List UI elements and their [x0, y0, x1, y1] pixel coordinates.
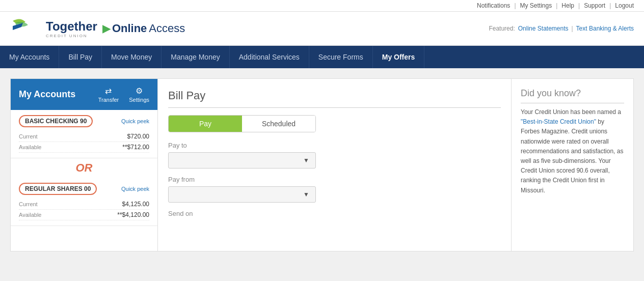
account-item-checking: BASIC CHECKING 90 Quick peek Current $72… [11, 110, 157, 158]
shares-current-amount: $4,125.00 [122, 201, 149, 208]
pay-from-label: Pay from [168, 176, 501, 183]
transfer-action[interactable]: ⇄ Transfer [98, 86, 119, 103]
accounts-title: My Accounts [19, 89, 75, 100]
nav-bill-pay[interactable]: Bill Pay [59, 46, 102, 68]
send-on-label: Send on [168, 210, 193, 217]
header-top-right: Featured: Online Statements | Text Banki… [489, 25, 634, 32]
settings-action[interactable]: ⚙ Settings [129, 86, 149, 103]
transfer-label: Transfer [98, 97, 119, 103]
accounts-panel: My Accounts ⇄ Transfer ⚙ Settings BASIC … [10, 78, 158, 251]
accounts-header: My Accounts ⇄ Transfer ⚙ Settings [11, 79, 157, 110]
checking-available-row: Available **$712.00 [19, 142, 149, 153]
account-name-row-2: REGULAR SHARES 00 Quick peek [19, 183, 149, 195]
checking-available-label: Available [19, 144, 41, 150]
transfer-icon: ⇄ [105, 86, 112, 96]
nav-additional-services[interactable]: Additional Services [230, 46, 309, 68]
info-panel: Did you know? Your Credit Union has been… [512, 78, 634, 251]
online-statements-link[interactable]: Online Statements [518, 25, 569, 32]
or-label: OR [76, 161, 93, 174]
logo-text: Together CREDIT UNION [46, 19, 97, 38]
main-content: My Accounts ⇄ Transfer ⚙ Settings BASIC … [0, 68, 644, 262]
checking-quick-peek[interactable]: Quick peek [121, 118, 149, 124]
shares-available-amount: **$4,120.00 [117, 211, 149, 218]
shares-account-name[interactable]: REGULAR SHARES 00 [19, 183, 97, 195]
site-header: Together CREDIT UNION ▶ OnlineAccess Fea… [0, 12, 644, 46]
featured-label: Featured: [489, 25, 515, 32]
accounts-actions: ⇄ Transfer ⚙ Settings [98, 86, 149, 103]
info-text: Your Credit Union has been named a "Best… [521, 107, 624, 195]
credit-union-label: CREDIT UNION [46, 34, 97, 38]
logout-link[interactable]: Logout [615, 2, 634, 9]
notifications-link[interactable]: Notifications [477, 2, 510, 9]
together-label: Together [46, 19, 97, 34]
shares-available-label: Available [19, 212, 41, 218]
logo-area: Together CREDIT UNION ▶ OnlineAccess [10, 16, 185, 41]
pay-from-arrow-icon: ▼ [303, 191, 309, 198]
top-utility-bar: Notifications | My Settings | Help | Sup… [0, 0, 644, 12]
info-text-before: Your Credit Union has been named a [521, 108, 621, 116]
checking-current-row: Current $720.00 [19, 131, 149, 142]
nav-manage-money[interactable]: Manage Money [162, 46, 230, 68]
pay-to-dropdown[interactable]: ▼ [168, 152, 316, 168]
arrow-icon: ▶ [102, 22, 110, 35]
online-label: Online [112, 22, 147, 35]
info-title: Did you know? [521, 88, 624, 103]
pay-from-dropdown[interactable]: ▼ [168, 186, 316, 203]
billpay-panel: Bill Pay Pay Scheduled Pay to ▼ Pay from… [158, 78, 512, 251]
shares-available-row: Available **$4,120.00 [19, 210, 149, 220]
settings-label: Settings [129, 97, 149, 103]
info-text-rest: Credit unions nationwide were rated on o… [521, 128, 623, 193]
account-name-row-1: BASIC CHECKING 90 Quick peek [19, 115, 149, 127]
gear-icon: ⚙ [136, 86, 143, 96]
or-separator: OR [11, 158, 157, 178]
help-link[interactable]: Help [561, 2, 574, 9]
checking-current-label: Current [19, 133, 38, 139]
pay-to-label: Pay to [168, 142, 501, 149]
nav-my-accounts[interactable]: My Accounts [0, 46, 59, 68]
logo-icon [10, 16, 41, 41]
billpay-title: Bill Pay [168, 89, 501, 108]
shares-quick-peek[interactable]: Quick peek [121, 186, 149, 192]
main-nav: My Accounts Bill Pay Move Money Manage M… [0, 46, 644, 68]
access-label: Access [149, 22, 185, 35]
forbes-link[interactable]: "Best-in-State Credit Union" [521, 118, 596, 125]
shares-current-label: Current [19, 201, 38, 207]
checking-account-name[interactable]: BASIC CHECKING 90 [19, 115, 93, 127]
account-item-shares: REGULAR SHARES 00 Quick peek Current $4,… [11, 178, 157, 226]
my-settings-link[interactable]: My Settings [520, 2, 552, 9]
billpay-tabs: Pay Scheduled [168, 115, 316, 132]
pay-to-arrow-icon: ▼ [303, 157, 309, 164]
checking-available-amount: **$712.00 [122, 144, 149, 151]
checking-current-amount: $720.00 [127, 133, 149, 140]
nav-move-money[interactable]: Move Money [102, 46, 162, 68]
shares-current-row: Current $4,125.00 [19, 199, 149, 210]
online-access-area: ▶ OnlineAccess [102, 22, 185, 35]
pay-tab[interactable]: Pay [169, 116, 242, 132]
scheduled-tab[interactable]: Scheduled [242, 116, 315, 132]
featured-row: Featured: Online Statements | Text Banki… [489, 25, 634, 32]
nav-secure-forms[interactable]: Secure Forms [309, 46, 373, 68]
nav-my-offers[interactable]: My Offers [373, 46, 425, 68]
support-link[interactable]: Support [584, 2, 605, 9]
text-banking-link[interactable]: Text Banking & Alerts [576, 25, 634, 32]
